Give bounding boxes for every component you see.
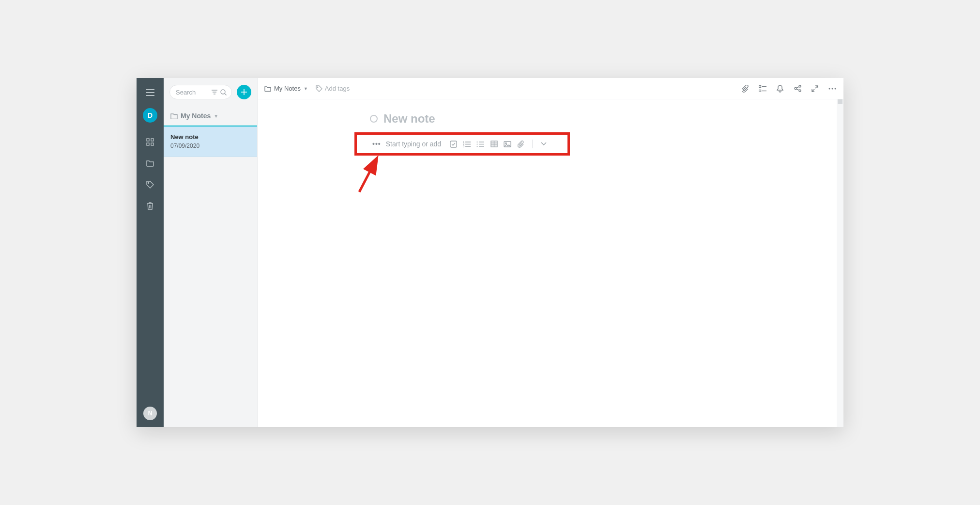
note-title-row: New note [258, 112, 843, 126]
breadcrumb[interactable]: My Notes ▼ [264, 85, 308, 92]
editor-body[interactable]: New note ••• Start typing or add 123 [258, 99, 843, 427]
app-window: D N Search [137, 78, 843, 427]
svg-rect-8 [759, 90, 761, 92]
menu-icon[interactable] [144, 87, 156, 98]
svg-rect-1 [151, 139, 153, 141]
svg-point-24 [505, 142, 506, 143]
checklist-icon[interactable] [758, 84, 767, 93]
note-item-title: New note [170, 133, 250, 141]
svg-point-10 [795, 88, 796, 90]
filter-icon[interactable] [212, 90, 217, 95]
ordered-list-icon[interactable]: 123 [462, 140, 471, 148]
attachment-icon[interactable] [741, 84, 750, 93]
add-tags-label: Add tags [325, 85, 350, 92]
add-tags-button[interactable]: Add tags [316, 85, 350, 92]
share-icon[interactable] [793, 84, 802, 93]
svg-point-20 [477, 143, 478, 144]
body-placeholder: Start typing or add [386, 140, 441, 148]
folder-small-icon [264, 86, 271, 92]
svg-rect-7 [759, 85, 761, 87]
workspace-initial: N [148, 410, 153, 417]
list-header: Search [164, 78, 257, 105]
tag-icon[interactable] [144, 179, 156, 190]
note-item-date: 07/09/2020 [170, 142, 250, 149]
search-placeholder: Search [176, 89, 209, 96]
note-title-input[interactable]: New note [383, 112, 435, 126]
svg-rect-15 [450, 141, 457, 147]
chevron-down-icon: ▼ [214, 113, 218, 119]
folder-label: My Notes [181, 112, 211, 120]
svg-point-9 [799, 85, 801, 87]
image-icon[interactable] [503, 140, 512, 148]
expand-icon[interactable] [811, 84, 819, 93]
dashboard-icon[interactable] [144, 136, 156, 148]
notes-list-panel: Search My Notes ▼ New note 07/09/2020 [164, 78, 258, 427]
svg-point-4 [148, 183, 149, 184]
folder-icon[interactable] [144, 158, 156, 169]
user-initial: D [148, 111, 153, 119]
svg-rect-3 [151, 143, 153, 145]
svg-point-6 [317, 87, 318, 88]
add-note-button[interactable] [237, 85, 251, 99]
user-avatar[interactable]: D [143, 108, 157, 123]
topbar-actions [741, 84, 837, 93]
status-circle-icon[interactable] [370, 115, 378, 123]
svg-point-14 [835, 88, 836, 89]
folder-outline-icon [170, 113, 178, 119]
trash-icon[interactable] [144, 200, 156, 212]
tag-outline-icon [316, 85, 322, 92]
note-list-item[interactable]: New note 07/09/2020 [164, 126, 257, 157]
svg-rect-0 [147, 139, 149, 141]
svg-point-12 [829, 88, 830, 89]
toolbar-divider [532, 140, 533, 148]
search-icon[interactable] [220, 89, 227, 95]
breadcrumb-label: My Notes [274, 85, 301, 92]
svg-point-13 [832, 88, 833, 89]
svg-line-26 [359, 159, 376, 192]
checkbox-icon[interactable] [449, 140, 458, 148]
scrollbar-track[interactable] [837, 99, 843, 427]
table-icon[interactable] [490, 140, 498, 148]
annotation-arrow [354, 156, 383, 194]
bullet-list-icon[interactable] [476, 140, 485, 148]
editor-pane: My Notes ▼ Add tags [258, 78, 843, 427]
svg-point-21 [477, 146, 478, 147]
bell-icon[interactable] [776, 84, 784, 93]
svg-text:3: 3 [463, 144, 464, 147]
folder-header[interactable]: My Notes ▼ [164, 105, 257, 126]
scrollbar-thumb[interactable] [838, 99, 842, 104]
svg-rect-2 [147, 143, 149, 145]
search-input[interactable]: Search [169, 85, 232, 99]
nav-rail: D N [137, 78, 164, 427]
svg-point-11 [799, 90, 801, 92]
chevron-down-icon: ▼ [304, 86, 308, 91]
more-icon[interactable] [828, 84, 837, 93]
chevron-down-icon[interactable] [539, 140, 548, 148]
attach-icon[interactable] [517, 140, 525, 148]
workspace-avatar[interactable]: N [143, 407, 157, 420]
insert-toolbar: ••• Start typing or add 123 [354, 132, 570, 156]
svg-point-19 [477, 142, 478, 142]
editor-topbar: My Notes ▼ Add tags [258, 78, 843, 99]
drag-handle-icon[interactable]: ••• [372, 140, 381, 148]
svg-point-5 [221, 90, 225, 94]
